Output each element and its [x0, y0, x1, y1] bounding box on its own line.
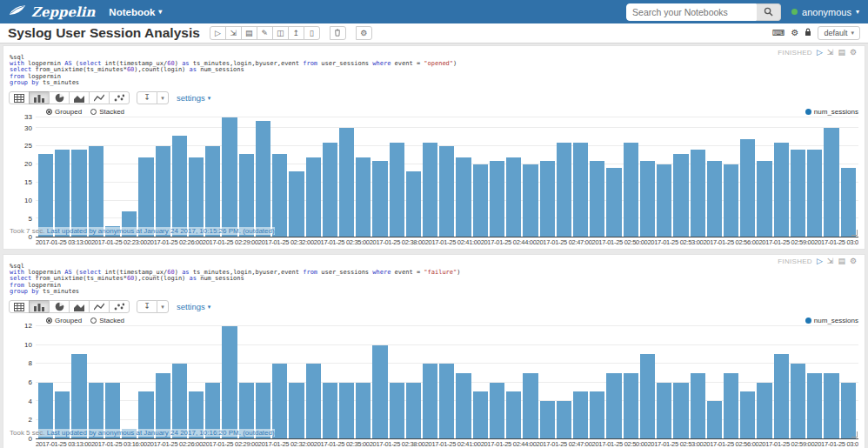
bar[interactable]: [456, 373, 471, 438]
interpreter-gear-icon[interactable]: ⚙: [791, 29, 798, 37]
bar[interactable]: [222, 117, 237, 237]
bar[interactable]: [456, 157, 471, 237]
resize-handle-icon[interactable]: [851, 431, 858, 438]
bar[interactable]: [356, 157, 371, 237]
bar-chart-viz-button[interactable]: [29, 91, 50, 104]
bar[interactable]: [205, 146, 220, 237]
bar[interactable]: [473, 391, 488, 438]
bar[interactable]: [724, 373, 738, 438]
bar[interactable]: [272, 364, 287, 438]
bar[interactable]: [673, 154, 688, 237]
bar[interactable]: [807, 373, 822, 438]
resize-handle-icon[interactable]: [851, 230, 858, 236]
bar[interactable]: [406, 171, 421, 237]
bar[interactable]: [691, 150, 705, 237]
bar[interactable]: [724, 164, 738, 237]
code-line[interactable]: select from_unixtime(ts_minutes*60),coun…: [10, 67, 858, 73]
paragraph-gear-icon[interactable]: ⚙: [850, 49, 857, 57]
bar[interactable]: [423, 143, 437, 237]
scatter-chart-viz-button[interactable]: [109, 91, 130, 104]
code-line[interactable]: select from_unixtime(ts_minutes*60),coun…: [10, 276, 858, 282]
search-input[interactable]: [626, 3, 757, 21]
line-chart-viz-button[interactable]: [89, 300, 110, 313]
bar[interactable]: [89, 146, 103, 237]
bar[interactable]: [606, 168, 621, 237]
bar[interactable]: [657, 383, 671, 439]
bar[interactable]: [624, 373, 638, 438]
toggle-editor-icon[interactable]: ▤: [838, 257, 845, 265]
bar[interactable]: [841, 383, 856, 439]
bar[interactable]: [55, 150, 70, 237]
bar[interactable]: [707, 161, 722, 237]
bar[interactable]: [673, 383, 688, 439]
bar[interactable]: [390, 143, 404, 237]
table-viz-button[interactable]: [9, 300, 30, 313]
permissions-lock-icon[interactable]: [805, 28, 811, 38]
show-hide-code-button[interactable]: ⇲: [225, 26, 242, 40]
run-all-button[interactable]: ▷: [210, 26, 226, 40]
bar[interactable]: [506, 391, 521, 438]
expand-paragraph-icon[interactable]: ⇲: [827, 257, 834, 265]
bar[interactable]: [740, 139, 755, 237]
scatter-chart-viz-button[interactable]: [109, 300, 130, 313]
bar[interactable]: [740, 391, 755, 438]
last-updated-link[interactable]: Last updated by anonymous at January 24 …: [47, 227, 275, 235]
bar[interactable]: [791, 150, 805, 237]
legend-num-sessions[interactable]: num_sessions: [805, 317, 858, 324]
clone-note-button[interactable]: ◫: [272, 26, 289, 40]
bar[interactable]: [606, 373, 621, 438]
bar[interactable]: [256, 121, 270, 237]
shortcuts-keyboard-icon[interactable]: ⌨: [772, 29, 785, 37]
paragraph-gear-icon[interactable]: ⚙: [850, 257, 857, 265]
bar[interactable]: [490, 161, 504, 237]
bar[interactable]: [289, 171, 304, 237]
bar[interactable]: [406, 383, 421, 439]
area-chart-viz-button[interactable]: [69, 91, 90, 104]
expand-paragraph-icon[interactable]: ⇲: [827, 49, 834, 57]
legend-num-sessions[interactable]: num_sessions: [805, 108, 858, 116]
export-note-button[interactable]: ↥: [288, 26, 304, 40]
pie-chart-viz-button[interactable]: [49, 300, 70, 313]
sql-editor[interactable]: %sqlwith logpermin AS (select int(timest…: [10, 264, 858, 295]
bar[interactable]: [841, 168, 856, 237]
bar[interactable]: [573, 143, 588, 237]
bar[interactable]: [490, 383, 504, 439]
show-hide-output-button[interactable]: ▤: [241, 26, 257, 40]
commit-note-button[interactable]: ▯: [304, 26, 320, 40]
bar[interactable]: [156, 146, 170, 237]
bar[interactable]: [239, 154, 254, 237]
bar[interactable]: [71, 150, 86, 237]
bar[interactable]: [272, 154, 287, 237]
download-data-button[interactable]: ↧: [137, 300, 157, 313]
bar[interactable]: [339, 383, 354, 439]
table-viz-button[interactable]: [9, 91, 30, 104]
bar[interactable]: [339, 128, 354, 237]
last-updated-link[interactable]: Last updated by anonymous at January 24 …: [47, 429, 275, 437]
bar[interactable]: [506, 157, 521, 237]
bar[interactable]: [189, 157, 204, 237]
bar[interactable]: [540, 161, 555, 237]
bar[interactable]: [807, 150, 822, 237]
search-button[interactable]: [757, 3, 781, 21]
download-data-button[interactable]: ↧: [137, 91, 157, 104]
bar[interactable]: [657, 164, 671, 237]
bar[interactable]: [791, 364, 805, 438]
interpreter-binding-button[interactable]: default▾: [818, 26, 860, 40]
bar[interactable]: [306, 364, 321, 438]
bar[interactable]: [323, 383, 337, 439]
code-line[interactable]: from logpermin: [10, 283, 858, 289]
pie-chart-viz-button[interactable]: [49, 91, 70, 104]
bar[interactable]: [289, 383, 304, 439]
toggle-editor-icon[interactable]: ▤: [838, 49, 845, 57]
bar[interactable]: [557, 143, 571, 237]
code-line[interactable]: from logpermin: [10, 74, 858, 80]
sql-editor[interactable]: %sqlwith logpermin AS (select int(timest…: [10, 55, 858, 86]
bar[interactable]: [306, 157, 321, 237]
bar[interactable]: [523, 164, 537, 237]
stacked-radio[interactable]: Stacked: [90, 317, 124, 324]
settings-link[interactable]: settings▾: [177, 302, 210, 311]
bar[interactable]: [38, 154, 53, 237]
note-title[interactable]: Syslog User Session Analysis: [8, 25, 200, 41]
bar[interactable]: [390, 383, 404, 439]
bar[interactable]: [423, 364, 437, 438]
